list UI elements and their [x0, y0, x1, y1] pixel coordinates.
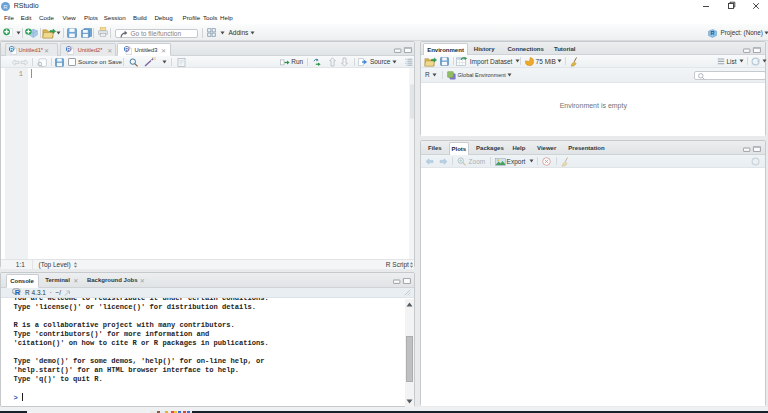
svg-text:R: R: [125, 46, 129, 52]
svg-text:R: R: [14, 289, 20, 297]
svg-text:R: R: [10, 46, 14, 52]
svg-text:R: R: [66, 46, 70, 52]
svg-text:R: R: [3, 4, 8, 10]
svg-text:R: R: [711, 30, 715, 36]
